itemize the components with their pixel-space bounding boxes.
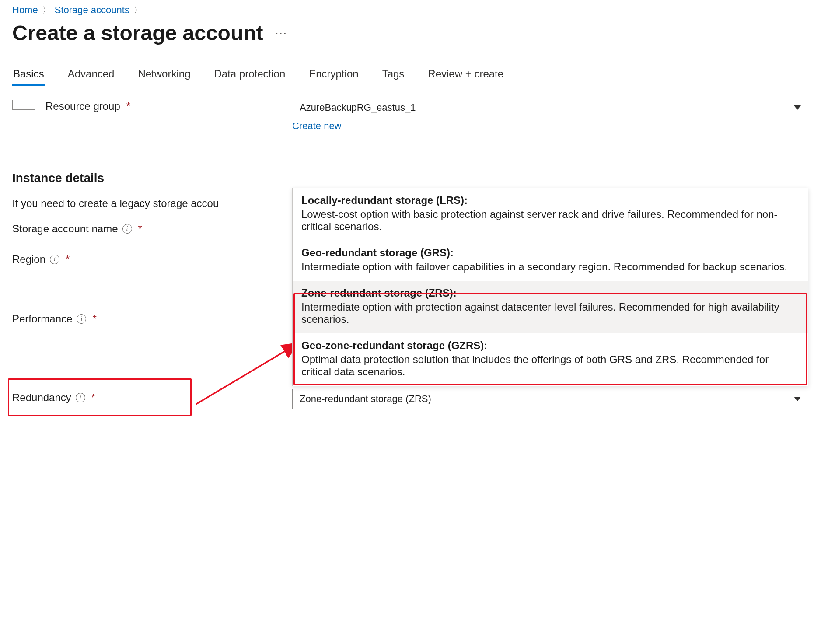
storage-account-name-text: Storage account name <box>12 223 118 235</box>
option-title: Geo-zone-redundant storage (GZRS): <box>301 340 799 352</box>
tab-tags[interactable]: Tags <box>381 65 405 86</box>
redundancy-dropdown-list: Locally-redundant storage (LRS): Lowest-… <box>292 188 808 386</box>
tab-review-create[interactable]: Review + create <box>427 65 504 86</box>
resource-group-label-text: Resource group <box>45 100 120 112</box>
required-asterisk: * <box>64 253 70 266</box>
page-title: Create a storage account <box>12 21 263 45</box>
tab-strip: Basics Advanced Networking Data protecti… <box>12 65 823 86</box>
region-label-text: Region <box>12 253 45 266</box>
tab-networking[interactable]: Networking <box>137 65 191 86</box>
redundancy-value: Zone-redundant storage (ZRS) <box>300 393 431 405</box>
option-desc: Intermediate option with failover capabi… <box>301 261 799 273</box>
chevron-right-icon: 〉 <box>42 5 50 15</box>
chevron-down-icon <box>794 105 801 110</box>
resource-group-select[interactable]: AzureBackupRG_eastus_1 <box>292 98 808 118</box>
more-icon[interactable]: ⋯ <box>275 26 288 40</box>
resource-group-value: AzureBackupRG_eastus_1 <box>300 102 416 113</box>
breadcrumb-home[interactable]: Home <box>12 4 38 16</box>
tree-branch-icon <box>12 100 35 110</box>
breadcrumb: Home 〉 Storage accounts 〉 <box>12 4 823 16</box>
redundancy-option-zrs[interactable]: Zone-redundant storage (ZRS): Intermedia… <box>293 281 808 333</box>
tab-basics[interactable]: Basics <box>12 65 45 86</box>
redundancy-select[interactable]: Zone-redundant storage (ZRS) <box>292 389 808 409</box>
info-icon[interactable]: i <box>122 224 132 234</box>
region-label: Region i * <box>12 251 292 266</box>
chevron-down-icon <box>794 397 801 401</box>
chevron-right-icon: 〉 <box>134 5 142 15</box>
storage-account-name-label: Storage account name i * <box>12 220 292 235</box>
redundancy-option-gzrs[interactable]: Geo-zone-redundant storage (GZRS): Optim… <box>293 333 808 386</box>
breadcrumb-storage-accounts[interactable]: Storage accounts <box>55 4 129 16</box>
required-asterisk: * <box>90 392 95 404</box>
option-title: Geo-redundant storage (GRS): <box>301 247 799 259</box>
performance-label: Performance i * <box>12 310 292 325</box>
required-asterisk: * <box>125 100 130 112</box>
instance-details-heading: Instance details <box>12 171 823 185</box>
redundancy-option-lrs[interactable]: Locally-redundant storage (LRS): Lowest-… <box>293 188 808 241</box>
create-new-link[interactable]: Create new <box>292 120 342 132</box>
tab-data-protection[interactable]: Data protection <box>213 65 286 86</box>
tab-advanced[interactable]: Advanced <box>67 65 115 86</box>
option-desc: Optimal data protection solution that in… <box>301 354 799 378</box>
resource-group-label: Resource group * <box>12 98 292 112</box>
performance-label-text: Performance <box>12 313 72 325</box>
info-icon[interactable]: i <box>77 314 86 324</box>
option-title: Zone-redundant storage (ZRS): <box>301 287 799 299</box>
info-icon[interactable]: i <box>50 255 59 264</box>
required-asterisk: * <box>91 313 96 325</box>
redundancy-option-grs[interactable]: Geo-redundant storage (GRS): Intermediat… <box>293 241 808 281</box>
required-asterisk: * <box>136 223 142 235</box>
redundancy-label-text: Redundancy <box>12 392 71 404</box>
tab-encryption[interactable]: Encryption <box>308 65 359 86</box>
option-desc: Intermediate option with protection agai… <box>301 301 799 326</box>
option-desc: Lowest-cost option with basic protection… <box>301 208 799 233</box>
option-title: Locally-redundant storage (LRS): <box>301 194 799 206</box>
info-icon[interactable]: i <box>76 393 85 402</box>
